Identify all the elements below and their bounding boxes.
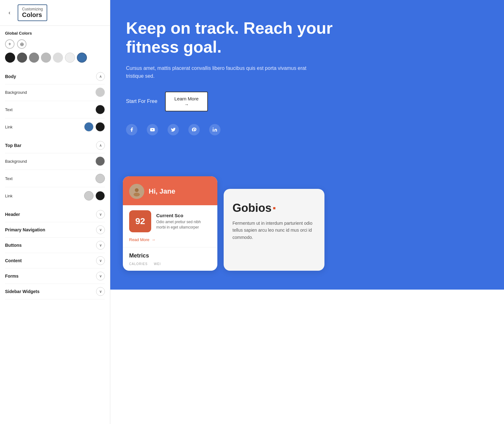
topbar-chevron[interactable]: ∧ bbox=[96, 141, 105, 150]
body-background-label: Background bbox=[5, 90, 27, 95]
panel-header: ‹ Customizing Colors bbox=[0, 0, 110, 26]
body-label: Body bbox=[5, 74, 16, 79]
topbar-link-color-1[interactable] bbox=[84, 191, 94, 201]
score-row: 92 Current Sco Odio amet pretiur sed nib… bbox=[123, 205, 217, 237]
add-color-button[interactable]: + bbox=[5, 39, 14, 49]
greeting-text: Hi, Jane bbox=[149, 187, 175, 195]
back-button[interactable]: ‹ bbox=[5, 8, 14, 17]
score-desc: Odio amet pretiur sed nibh morbi in eget… bbox=[156, 219, 211, 230]
panel-body: Global Colors + ⊕ Body ∧ Background bbox=[0, 26, 110, 424]
gobios-logo: Gobios▪ bbox=[232, 201, 316, 215]
score-info: Current Sco Odio amet pretiur sed nibh m… bbox=[156, 213, 211, 230]
panel-title-box: Customizing Colors bbox=[18, 4, 47, 21]
topbar-text-swatch bbox=[95, 174, 105, 183]
topbar-background-swatch bbox=[95, 156, 105, 166]
forms-chevron[interactable]: ∨ bbox=[96, 272, 105, 280]
linkedin-icon[interactable] bbox=[209, 124, 220, 135]
buttons-chevron[interactable]: ∨ bbox=[96, 241, 105, 250]
global-colors-title: Global Colors bbox=[5, 31, 105, 36]
body-section-header[interactable]: Body ∧ bbox=[5, 69, 105, 84]
svg-point-1 bbox=[213, 127, 214, 128]
buttons-label: Buttons bbox=[5, 243, 22, 248]
calories-col: CALORIES bbox=[129, 262, 148, 266]
hero-title: Keep on track. Reach your fitness goal. bbox=[126, 19, 346, 57]
global-color-swatches bbox=[5, 53, 105, 63]
right-panel: Keep on track. Reach your fitness goal. … bbox=[110, 0, 504, 424]
body-link-label: Link bbox=[5, 125, 13, 129]
body-link-row: Link bbox=[5, 119, 105, 135]
panel-title-sub: Customizing bbox=[22, 7, 43, 11]
header-chevron[interactable]: ∨ bbox=[96, 210, 105, 219]
body-chevron[interactable]: ∧ bbox=[96, 72, 105, 81]
body-text-row: Text bbox=[5, 102, 105, 117]
body-background-swatch bbox=[95, 88, 105, 97]
body-text-color[interactable] bbox=[95, 105, 105, 114]
facebook-icon[interactable] bbox=[126, 124, 137, 135]
left-panel: ‹ Customizing Colors Global Colors + ⊕ B… bbox=[0, 0, 110, 424]
primary-nav-label: Primary Navigation bbox=[5, 227, 45, 232]
topbar-section-header[interactable]: Top Bar ∧ bbox=[5, 138, 105, 153]
topbar-background-label: Background bbox=[5, 159, 27, 164]
calories-label: CALORIES bbox=[129, 262, 148, 266]
swatch-light-gray[interactable] bbox=[41, 53, 51, 63]
topbar-text-label: Text bbox=[5, 176, 13, 181]
score-title: Current Sco bbox=[156, 213, 211, 218]
avatar bbox=[129, 184, 144, 199]
topbar-text-row: Text bbox=[5, 171, 105, 186]
forms-section[interactable]: Forms ∨ bbox=[5, 269, 105, 284]
learn-more-button[interactable]: Learn More → bbox=[165, 92, 208, 111]
primary-nav-chevron[interactable]: ∨ bbox=[96, 225, 105, 234]
weight-label: WEI bbox=[154, 262, 161, 266]
move-color-button[interactable]: ⊕ bbox=[17, 39, 26, 49]
metrics-columns: CALORIES WEI bbox=[129, 262, 211, 266]
hero-section: Keep on track. Reach your fitness goal. … bbox=[110, 0, 504, 176]
body-background-color[interactable] bbox=[95, 88, 105, 97]
sidebar-widgets-chevron[interactable]: ∨ bbox=[96, 287, 105, 296]
gobios-description: Fermentum ut in interdum parturient odio… bbox=[232, 220, 316, 241]
collapsed-sections: Header ∨ Primary Navigation ∨ Buttons ∨ … bbox=[5, 207, 105, 299]
body-link-swatches bbox=[84, 122, 105, 132]
pinterest-icon[interactable] bbox=[188, 124, 200, 135]
social-icons bbox=[126, 124, 488, 135]
topbar-text-color[interactable] bbox=[95, 174, 105, 183]
sidebar-widgets-section[interactable]: Sidebar Widgets ∨ bbox=[5, 284, 105, 299]
body-link-color-1[interactable] bbox=[84, 122, 94, 132]
topbar-background-row: Background bbox=[5, 153, 105, 169]
svg-point-3 bbox=[134, 193, 140, 196]
read-more-link[interactable]: Read More → bbox=[123, 237, 217, 247]
swatch-white[interactable] bbox=[65, 53, 75, 63]
swatch-dark-gray[interactable] bbox=[17, 53, 27, 63]
primary-nav-section[interactable]: Primary Navigation ∨ bbox=[5, 222, 105, 238]
weight-col: WEI bbox=[154, 262, 161, 266]
body-link-color-2[interactable] bbox=[95, 122, 105, 132]
metrics-section: Metrics CALORIES WEI bbox=[123, 247, 217, 271]
content-section[interactable]: Content ∨ bbox=[5, 253, 105, 269]
panel-title-main: Colors bbox=[22, 11, 43, 19]
body-text-swatch bbox=[95, 105, 105, 114]
twitter-icon[interactable] bbox=[168, 124, 179, 135]
learn-more-label: Learn More bbox=[175, 96, 199, 101]
start-free-button[interactable]: Start For Free bbox=[126, 99, 158, 104]
buttons-section[interactable]: Buttons ∨ bbox=[5, 238, 105, 253]
topbar-link-color-2[interactable] bbox=[95, 191, 105, 201]
score-value: 92 bbox=[129, 210, 151, 232]
cards-section: Hi, Jane 92 Current Sco Odio amet pretiu… bbox=[110, 176, 504, 290]
content-label: Content bbox=[5, 258, 22, 263]
hero-buttons: Start For Free Learn More → bbox=[126, 92, 488, 111]
topbar-label: Top Bar bbox=[5, 143, 21, 148]
header-section[interactable]: Header ∨ bbox=[5, 207, 105, 222]
body-text-label: Text bbox=[5, 107, 13, 112]
card-header: Hi, Jane bbox=[123, 176, 217, 205]
content-chevron[interactable]: ∨ bbox=[96, 256, 105, 265]
swatch-black[interactable] bbox=[5, 53, 15, 63]
topbar-background-color[interactable] bbox=[95, 156, 105, 166]
svg-point-2 bbox=[135, 188, 139, 192]
swatch-lighter-gray[interactable] bbox=[53, 53, 63, 63]
swatch-gray[interactable] bbox=[29, 53, 39, 63]
forms-label: Forms bbox=[5, 274, 19, 279]
hero-subtitle: Cursus amet, mattis placerat convallis l… bbox=[126, 64, 315, 80]
swatch-blue[interactable] bbox=[77, 53, 87, 63]
color-actions: + ⊕ bbox=[5, 39, 105, 49]
gobios-card: Gobios▪ Fermentum ut in interdum parturi… bbox=[224, 189, 324, 271]
youtube-icon[interactable] bbox=[147, 124, 158, 135]
